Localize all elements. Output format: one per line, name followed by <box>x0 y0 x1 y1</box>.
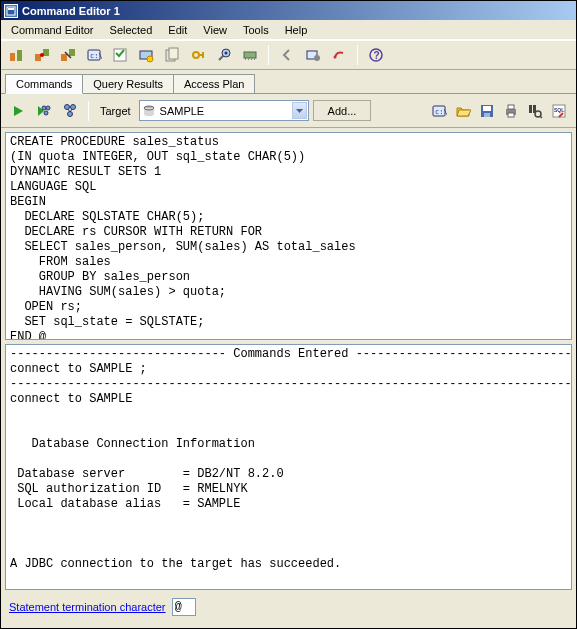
svg-rect-17 <box>198 54 204 56</box>
save-icon[interactable] <box>476 100 498 122</box>
svg-point-13 <box>147 56 153 62</box>
output-panel[interactable]: ------------------------------ Commands … <box>5 344 572 590</box>
menu-help[interactable]: Help <box>277 22 316 38</box>
access-plan-icon[interactable] <box>59 100 81 122</box>
target-label: Target <box>100 105 131 117</box>
find-icon[interactable] <box>524 100 546 122</box>
tool-legend-icon[interactable] <box>328 44 350 66</box>
target-value: SAMPLE <box>160 105 205 117</box>
history-icon[interactable]: c:\ <box>428 100 450 122</box>
svg-rect-23 <box>245 58 246 60</box>
tool-control-center-icon[interactable] <box>5 44 27 66</box>
tool-configure-icon[interactable] <box>213 44 235 66</box>
main-toolbar: c:\ ? <box>1 40 576 70</box>
svg-point-33 <box>46 106 50 110</box>
app-icon <box>4 4 18 18</box>
svg-point-6 <box>40 53 44 57</box>
tool-help-icon[interactable]: ? <box>365 44 387 66</box>
sql-assist-icon[interactable]: SQL <box>548 100 570 122</box>
tool-journal-icon[interactable] <box>161 44 183 66</box>
execute-icon[interactable] <box>7 100 29 122</box>
svg-point-34 <box>44 111 48 115</box>
svg-rect-7 <box>61 54 67 61</box>
tool-tools-settings-icon[interactable] <box>302 44 324 66</box>
svg-point-28 <box>314 55 320 61</box>
svg-text:?: ? <box>374 50 380 61</box>
toolbar-separator <box>88 101 89 121</box>
svg-rect-1 <box>8 8 14 10</box>
tool-license-icon[interactable] <box>187 44 209 66</box>
svg-rect-24 <box>248 58 249 60</box>
add-button[interactable]: Add... <box>313 100 372 121</box>
toolbar-separator <box>268 45 269 65</box>
svg-point-35 <box>65 104 70 109</box>
svg-rect-19 <box>202 56 204 58</box>
menu-tools[interactable]: Tools <box>235 22 277 38</box>
tool-back-icon[interactable] <box>276 44 298 66</box>
svg-rect-43 <box>483 106 491 111</box>
tool-command-editor-icon[interactable]: c:\ <box>83 44 105 66</box>
menu-edit[interactable]: Edit <box>160 22 195 38</box>
execute-sql-icon[interactable] <box>33 100 55 122</box>
dropdown-arrow-icon[interactable] <box>292 102 307 119</box>
tool-satellite-icon[interactable] <box>57 44 79 66</box>
menu-selected[interactable]: Selected <box>102 22 161 38</box>
tab-query-results[interactable]: Query Results <box>82 74 174 93</box>
svg-rect-15 <box>169 48 178 59</box>
tool-replication-icon[interactable] <box>31 44 53 66</box>
svg-rect-8 <box>69 49 75 56</box>
svg-rect-48 <box>529 105 532 113</box>
termination-char-link[interactable]: Statement termination character <box>9 601 166 613</box>
target-select[interactable]: SAMPLE <box>139 100 309 121</box>
svg-point-36 <box>71 104 76 109</box>
svg-rect-46 <box>508 105 514 109</box>
menu-command-editor[interactable]: Command Editor <box>3 22 102 38</box>
footer: Statement termination character <box>1 594 576 622</box>
svg-text:SQL: SQL <box>554 107 564 113</box>
tab-commands[interactable]: Commands <box>5 74 83 94</box>
menu-view[interactable]: View <box>195 22 235 38</box>
tool-task-center-icon[interactable] <box>109 44 131 66</box>
open-icon[interactable] <box>452 100 474 122</box>
svg-rect-18 <box>202 52 204 54</box>
menubar: Command Editor Selected Edit View Tools … <box>1 20 576 40</box>
titlebar: Command Editor 1 <box>1 1 576 20</box>
svg-rect-22 <box>244 52 256 58</box>
svg-point-29 <box>334 56 337 59</box>
svg-rect-26 <box>254 58 255 60</box>
tool-health-center-icon[interactable] <box>135 44 157 66</box>
svg-point-37 <box>68 111 73 116</box>
toolbar-separator <box>357 45 358 65</box>
database-icon <box>142 104 156 118</box>
svg-point-32 <box>42 106 46 110</box>
command-bar: Target SAMPLE Add... c:\ SQL <box>1 94 576 128</box>
svg-text:c:\: c:\ <box>435 108 447 116</box>
svg-rect-47 <box>508 113 514 117</box>
sql-editor[interactable]: CREATE PROCEDURE sales_status (IN quota … <box>5 132 572 340</box>
svg-rect-2 <box>10 53 15 61</box>
termination-char-input[interactable] <box>172 598 196 616</box>
svg-rect-44 <box>484 113 490 117</box>
svg-text:c:\: c:\ <box>90 52 102 60</box>
tab-access-plan[interactable]: Access Plan <box>173 74 256 93</box>
svg-point-21 <box>225 52 228 55</box>
tool-memory-icon[interactable] <box>239 44 261 66</box>
svg-rect-3 <box>17 50 22 61</box>
print-icon[interactable] <box>500 100 522 122</box>
svg-rect-25 <box>251 58 252 60</box>
window-title: Command Editor 1 <box>22 5 120 17</box>
tab-row: Commands Query Results Access Plan <box>1 70 576 94</box>
